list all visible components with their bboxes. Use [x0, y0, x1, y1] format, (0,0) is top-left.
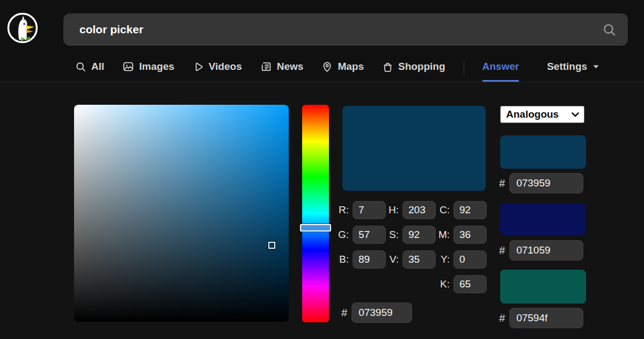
- palette-hex-input[interactable]: [509, 308, 583, 328]
- tab-bar-divider: [464, 61, 464, 75]
- tab-label: Shopping: [398, 61, 445, 73]
- palette-mode-select[interactable]: Analogous: [500, 106, 584, 123]
- field-row-c: C:: [438, 201, 487, 219]
- y-input[interactable]: [453, 250, 487, 269]
- field-row-r: R:: [337, 201, 386, 219]
- settings-label: Settings: [547, 61, 587, 73]
- field-row-y: Y:: [438, 250, 487, 269]
- s-label: S:: [387, 229, 399, 241]
- tab-label: All: [91, 61, 104, 73]
- caret-down-icon: [593, 65, 599, 69]
- settings-menu-button[interactable]: Settings: [547, 54, 599, 82]
- field-row-b: B:: [337, 250, 386, 269]
- search-submit-button[interactable]: [590, 13, 628, 46]
- c-label: C:: [438, 204, 450, 216]
- search-icon: [602, 23, 617, 37]
- tab-label: Maps: [338, 61, 364, 73]
- search-bar: [63, 13, 628, 46]
- g-label: G:: [337, 229, 349, 241]
- tab-all[interactable]: All: [75, 54, 104, 82]
- hex-field: #: [341, 302, 412, 323]
- palette-hex-input[interactable]: [509, 240, 583, 261]
- b-input[interactable]: [353, 250, 386, 269]
- saturation-value-field[interactable]: [74, 105, 289, 322]
- r-input[interactable]: [353, 201, 386, 219]
- search-input[interactable]: [63, 23, 590, 36]
- palette-hex-field: #: [499, 240, 583, 261]
- saturation-cursor[interactable]: [268, 242, 275, 249]
- g-input[interactable]: [353, 226, 386, 244]
- images-icon: [122, 61, 134, 73]
- field-row-h: H:: [387, 201, 436, 219]
- tab-label: Videos: [209, 61, 242, 73]
- tab-label: Images: [139, 61, 174, 73]
- b-label: B:: [337, 254, 349, 265]
- hue-slider[interactable]: [302, 105, 329, 322]
- tab-label: News: [277, 61, 304, 73]
- v-label: V:: [387, 254, 399, 265]
- header-divider: [0, 82, 644, 82]
- maps-icon: [321, 61, 333, 73]
- k-label: K:: [438, 278, 450, 290]
- news-icon: [260, 61, 272, 73]
- field-row-s: S:: [387, 226, 436, 244]
- field-row-g: G:: [337, 226, 386, 244]
- tab-maps[interactable]: Maps: [321, 54, 364, 82]
- shopping-icon: [382, 61, 393, 73]
- hue-slider-handle[interactable]: [300, 224, 331, 232]
- c-input[interactable]: [453, 201, 487, 219]
- tab-shopping[interactable]: Shopping: [382, 54, 445, 82]
- hex-prefix: #: [499, 177, 505, 190]
- k-input[interactable]: [453, 275, 487, 293]
- header: All Images Videos News: [0, 0, 644, 82]
- tab-bar: All Images Videos News: [75, 54, 644, 82]
- palette-hex-field: #: [499, 173, 583, 193]
- palette-swatch: [500, 204, 586, 235]
- tab-label: Answer: [482, 61, 519, 73]
- v-input[interactable]: [402, 250, 436, 269]
- videos-icon: [193, 61, 204, 73]
- palette-mode-value: Analogous: [506, 109, 559, 120]
- hex-prefix: #: [499, 244, 505, 257]
- palette-swatch: [500, 135, 586, 169]
- y-label: Y:: [438, 254, 450, 265]
- palette-swatch: [500, 270, 586, 304]
- tab-answer[interactable]: Answer: [482, 54, 519, 82]
- tab-images[interactable]: Images: [122, 54, 174, 82]
- color-preview-swatch: [342, 106, 486, 191]
- field-row-v: V:: [387, 250, 436, 269]
- field-row-m: M:: [438, 226, 487, 244]
- cmyk-fields: C: M: Y: K:: [438, 201, 487, 293]
- field-row-k: K:: [438, 275, 487, 293]
- h-input[interactable]: [402, 201, 436, 219]
- palette-hex-input[interactable]: [509, 173, 583, 193]
- h-label: H:: [387, 204, 399, 216]
- m-label: M:: [438, 229, 450, 241]
- chevron-down-icon: [572, 112, 579, 117]
- r-label: R:: [337, 204, 349, 216]
- tab-news[interactable]: News: [260, 54, 304, 82]
- hsv-fields: H: S: V:: [387, 201, 436, 269]
- hex-prefix: #: [341, 307, 347, 319]
- tab-videos[interactable]: Videos: [193, 54, 242, 82]
- hex-prefix: #: [499, 312, 505, 324]
- m-input[interactable]: [453, 226, 487, 244]
- hex-input[interactable]: [352, 302, 412, 323]
- s-input[interactable]: [402, 226, 436, 244]
- search-icon: [75, 61, 86, 73]
- rgb-fields: R: G: B:: [337, 201, 386, 269]
- duckduckgo-logo[interactable]: [6, 12, 39, 44]
- palette-hex-field: #: [499, 308, 583, 328]
